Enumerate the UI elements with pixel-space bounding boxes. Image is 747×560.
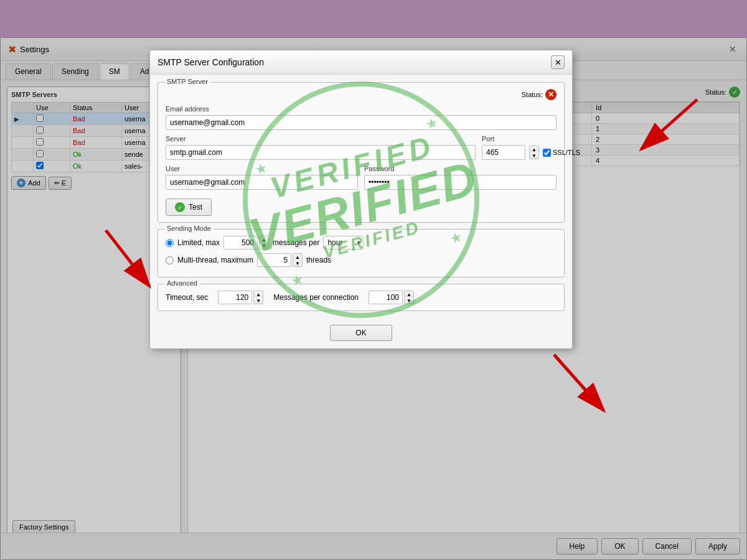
radio1-arrows: ▲ ▼ — [259, 236, 269, 250]
radio2-row: Multi-thread, maximum ▲ ▼ threads — [166, 253, 557, 267]
messages-conn-input[interactable] — [369, 291, 403, 304]
user-field-row: User — [166, 165, 358, 190]
modal-status-label: Status: — [522, 91, 543, 98]
radio2-up[interactable]: ▲ — [293, 254, 302, 260]
sending-section-label: Sending Mode — [164, 225, 214, 232]
messages-conn-down[interactable]: ▼ — [405, 297, 413, 304]
radio2-input[interactable] — [257, 253, 291, 267]
radio1-unit: messages per — [273, 238, 319, 247]
smtp-server-section: SMTP Server Status: ✕ Email address Serv… — [157, 82, 565, 223]
messages-conn-arrows: ▲ ▼ — [404, 291, 414, 304]
pass-field-row: Password — [364, 165, 557, 190]
test-button[interactable]: ✓ Test — [166, 198, 212, 216]
email-label: Email address — [166, 105, 557, 113]
period-select[interactable]: hour day minute — [323, 236, 364, 250]
modal-titlebar: SMTP Server Configuration ✕ — [150, 50, 572, 75]
messages-conn-spinner: ▲ ▼ — [369, 291, 414, 304]
radio1-label: Limited, max — [177, 238, 220, 247]
server-port-row: Server Port ▲ ▼ — [166, 135, 557, 165]
test-icon: ✓ — [175, 202, 185, 212]
email-field-row: Email address — [166, 105, 557, 130]
port-row: ▲ ▼ SSL/TLS — [482, 145, 557, 160]
user-input[interactable] — [166, 175, 358, 190]
smtp-section-label: SMTP Server — [164, 78, 210, 85]
radio1-up[interactable]: ▲ — [260, 236, 268, 243]
timeout-label: Timeout, sec — [166, 293, 208, 302]
advanced-row: Timeout, sec ▲ ▼ Messages per connection… — [166, 291, 557, 304]
radio1-input[interactable] — [223, 236, 258, 250]
user-col: User — [166, 165, 358, 195]
advanced-label: Advanced — [164, 279, 200, 287]
modal-title: SMTP Server Configuration — [157, 57, 264, 67]
status-badge: Status: ✕ — [522, 89, 557, 100]
radio1[interactable] — [166, 239, 174, 247]
pass-col: Password — [364, 165, 557, 195]
port-input[interactable] — [482, 145, 525, 160]
test-label: Test — [189, 203, 202, 212]
server-col: Server — [166, 135, 476, 165]
timeout-arrows: ▲ ▼ — [253, 291, 263, 304]
advanced-section: Advanced Timeout, sec ▲ ▼ Messages per c… — [157, 284, 565, 311]
user-pass-row: User Password — [166, 165, 557, 195]
red-status-icon: ✕ — [545, 89, 557, 100]
radio2-unit: threads — [306, 256, 331, 264]
pass-input[interactable] — [364, 175, 557, 190]
ssl-checkbox[interactable] — [543, 149, 551, 157]
modal-dialog: SMTP Server Configuration ✕ SMTP Server … — [149, 50, 573, 349]
radio1-down[interactable]: ▼ — [260, 243, 268, 249]
email-input[interactable] — [166, 115, 557, 130]
modal-ok-button[interactable]: OK — [330, 325, 392, 341]
radio2-down[interactable]: ▼ — [293, 260, 302, 266]
radio2-label: Multi-thread, maximum — [177, 256, 253, 264]
radio2-arrows: ▲ ▼ — [293, 253, 303, 267]
port-label: Port — [482, 135, 557, 142]
ssl-checkbox-row: SSL/TLS — [543, 149, 580, 157]
timeout-spinner: ▲ ▼ — [218, 291, 263, 304]
messages-conn-label: Messages per connection — [273, 293, 359, 302]
server-input[interactable] — [166, 145, 476, 160]
timeout-down[interactable]: ▼ — [254, 297, 263, 304]
port-spinners: ▲ ▼ — [529, 146, 539, 159]
sending-mode-section: Sending Mode Limited, max ▲ ▼ messages p… — [157, 229, 565, 278]
period-select-wrap: hour day minute — [323, 236, 364, 250]
modal-close-button[interactable]: ✕ — [551, 55, 565, 69]
radio2-spinner: ▲ ▼ — [257, 253, 303, 267]
port-down-arrow[interactable]: ▼ — [530, 152, 538, 159]
timeout-input[interactable] — [218, 291, 252, 304]
messages-conn-up[interactable]: ▲ — [405, 291, 413, 297]
user-label: User — [166, 165, 358, 172]
radio1-spinner: ▲ ▼ — [223, 236, 269, 250]
modal-footer: OK — [150, 319, 572, 348]
port-up-arrow[interactable]: ▲ — [530, 146, 538, 152]
port-field-row: Port ▲ ▼ SSL/TLS — [482, 135, 557, 160]
radio2[interactable] — [166, 256, 174, 264]
server-field-row: Server — [166, 135, 476, 160]
port-col: Port ▲ ▼ SSL/TLS — [482, 135, 557, 165]
section-header-row: Status: ✕ — [166, 89, 557, 100]
timeout-up[interactable]: ▲ — [254, 291, 263, 297]
radio1-row: Limited, max ▲ ▼ messages per hour day m… — [166, 236, 557, 250]
pass-label: Password — [364, 165, 557, 172]
ssl-label: SSL/TLS — [553, 149, 580, 156]
modal-body: SMTP Server Status: ✕ Email address Serv… — [150, 75, 572, 319]
server-label: Server — [166, 135, 476, 142]
